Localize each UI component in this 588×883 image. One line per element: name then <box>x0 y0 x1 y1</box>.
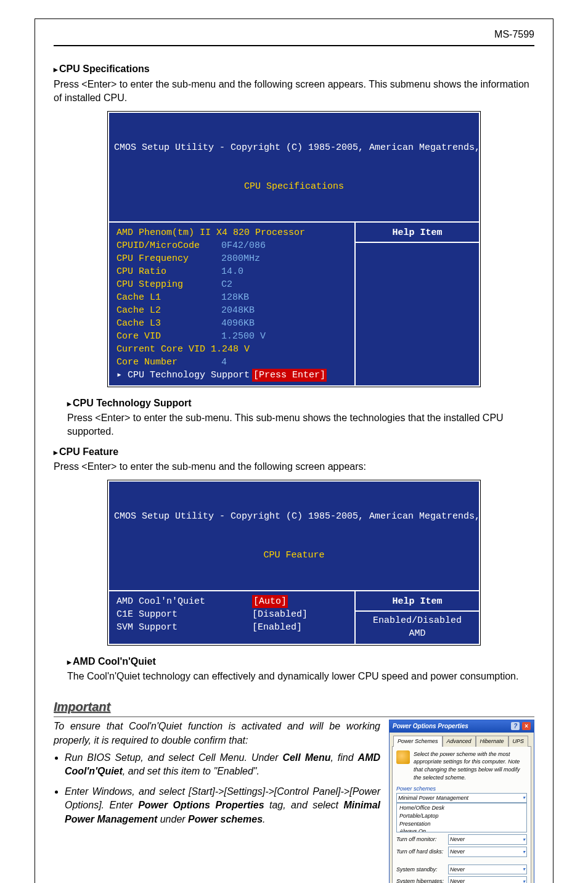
bios2-row2-k: SVM Support <box>116 621 252 634</box>
bios1-submenu-k: ▸ CPU Technology Support <box>116 369 252 382</box>
bios1-row4-k: CPU Stepping <box>116 278 221 291</box>
section-amd-coolnquiet: AMD Cool'n'Quiet <box>67 655 534 668</box>
field-standby-select[interactable]: Never▾ <box>448 865 527 875</box>
battery-icon <box>396 750 410 764</box>
bios1-help: Help Item <box>362 226 473 239</box>
tab-ups[interactable]: UPS <box>508 736 529 747</box>
amd-cnq-desc: The Cool'n'Quiet technology can effectiv… <box>67 670 534 683</box>
section-cpu-technology-support: CPU Technology Support <box>67 396 534 410</box>
field-hibernate-label: System hibernates: <box>396 877 444 883</box>
bios1-row8-k: Core VID <box>116 330 221 343</box>
important-bullet-1: Run BIOS Setup, and select Cell Menu. Un… <box>65 751 380 779</box>
field-monitor-label: Turn off monitor: <box>396 836 444 844</box>
bios1-row3-k: CPU Ratio <box>116 265 221 278</box>
bios1-title-line1: CMOS Setup Utility - Copyright (C) 1985-… <box>114 141 474 154</box>
bios1-row5-v: 128KB <box>221 291 249 304</box>
tab-power-schemes[interactable]: Power Schemes <box>393 736 443 747</box>
bios2-row0-k: AMD Cool'n'Quiet <box>116 595 252 608</box>
bios1-row6-v: 2048KB <box>221 304 255 317</box>
bios1-row8-v: 1.2500 V <box>221 330 266 343</box>
field-monitor-select[interactable]: Never▾ <box>448 834 527 845</box>
tab-advanced[interactable]: Advanced <box>443 736 476 747</box>
win-title: Power Options Properties <box>393 722 468 731</box>
power-options-dialog: Power Options Properties ? × Power Schem… <box>389 720 534 883</box>
win-info-text: Select the power scheme with the most ap… <box>414 750 527 781</box>
bios2-help: Help Item <box>362 595 473 608</box>
bios1-row2-k: CPU Frequency <box>116 252 221 265</box>
chevron-down-icon: ▾ <box>523 794 525 802</box>
bios1-row1-k: CPUID/MicroCode <box>116 239 221 252</box>
bios2-title-line2: CPU Feature <box>114 549 474 562</box>
important-intro: To ensure that Cool'n'Quiet function is … <box>54 720 380 747</box>
bios1-row7-k: Cache L3 <box>116 317 221 330</box>
bios-screenshot-cpu-feature: CMOS Setup Utility - Copyright (C) 1985-… <box>108 480 480 645</box>
cpu-tech-desc: Press <Enter> to enter the sub-menu. Thi… <box>67 411 534 439</box>
bios2-right-pane: Help Item Enabled/Disabled AMD <box>356 591 479 644</box>
important-bullet-2: Enter Windows, and select [Start]->[Sett… <box>65 785 380 826</box>
bios1-row6-k: Cache L2 <box>116 304 221 317</box>
section-cpu-specifications: CPU Specifications <box>54 62 534 76</box>
cpu-feature-desc: Press <Enter> to enter the sub-menu and … <box>54 460 534 474</box>
bios1-row9: Current Core VID 1.248 V <box>116 343 250 356</box>
bios1-right-pane: Help Item <box>356 223 479 385</box>
cpu-specs-desc: Press <Enter> to enter the sub-menu and … <box>54 78 534 105</box>
field-hibernate-select[interactable]: Never▾ <box>448 876 527 883</box>
important-heading: Important <box>54 698 534 715</box>
bios1-row7-v: 4096KB <box>221 317 255 330</box>
help-icon[interactable]: ? <box>511 722 520 730</box>
scheme-opt-0[interactable]: Home/Office Desk <box>398 804 525 812</box>
section-cpu-feature: CPU Feature <box>54 445 534 459</box>
bios2-row2-v: [Enabled] <box>252 621 302 634</box>
bios2-title-line1: CMOS Setup Utility - Copyright (C) 1985-… <box>114 510 474 523</box>
bios2-row1-v: [Disabled] <box>252 608 308 621</box>
bios1-title-line2: CPU Specifications <box>114 180 474 193</box>
bios1-row3-v: 14.0 <box>221 265 243 278</box>
power-scheme-select[interactable]: Minimal Power Management▾ <box>396 793 527 803</box>
bios1-row5-k: Cache L1 <box>116 291 221 304</box>
scheme-opt-1[interactable]: Portable/Laptop <box>398 812 525 820</box>
bios1-row2-v: 2800MHz <box>221 252 260 265</box>
field-hdd-label: Turn off hard disks: <box>396 848 444 856</box>
power-schemes-label: Power schemes <box>396 785 527 793</box>
tab-hibernate[interactable]: Hibernate <box>476 736 508 747</box>
bios1-left-pane: AMD Phenom(tm) II X4 820 Processor CPUID… <box>109 223 356 385</box>
bios1-submenu-v: [Press Enter] <box>252 369 327 382</box>
bios2-row1-k: C1E Support <box>116 608 252 621</box>
model-number: MS-7599 <box>54 28 534 46</box>
bios1-row1-v: 0F42/086 <box>221 239 266 252</box>
field-hdd-select[interactable]: Never▾ <box>448 847 527 857</box>
scheme-opt-2[interactable]: Presentation <box>398 820 525 828</box>
bios1-row0: AMD Phenom(tm) II X4 820 Processor <box>116 226 305 239</box>
field-standby-label: System standby: <box>396 866 444 874</box>
bios2-row0-v: [Auto] <box>252 595 288 608</box>
bios1-row10-k: Core Number <box>116 356 221 369</box>
power-scheme-list[interactable]: Home/Office Desk Portable/Laptop Present… <box>396 803 527 832</box>
close-icon[interactable]: × <box>522 722 531 730</box>
bios-screenshot-cpu-specs: CMOS Setup Utility - Copyright (C) 1985-… <box>108 112 480 387</box>
bios1-row4-v: C2 <box>221 278 232 291</box>
bios2-left-pane: AMD Cool'n'Quiet[Auto] C1E Support[Disab… <box>109 591 356 644</box>
bios1-row10-v: 4 <box>221 356 227 369</box>
scheme-opt-3[interactable]: Always On <box>398 828 525 832</box>
bios2-help2: Enabled/Disabled AMD <box>362 614 473 640</box>
